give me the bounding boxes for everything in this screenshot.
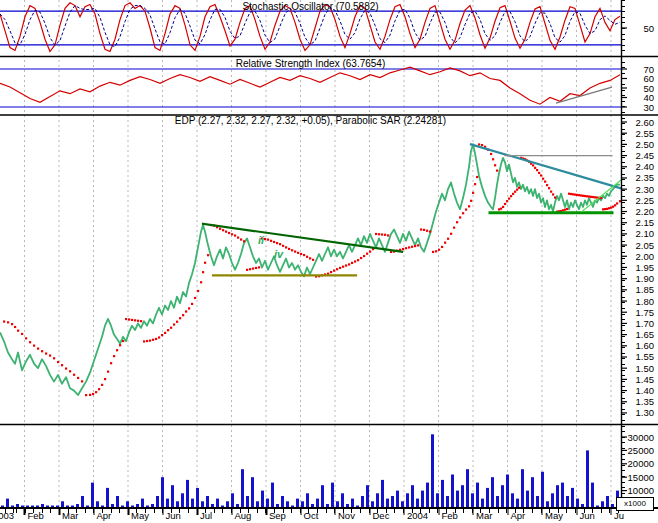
volume-unit-box: x1000	[616, 497, 654, 511]
price-axis-label: 1.35	[620, 396, 654, 407]
volume-axis-label: 20000	[620, 458, 654, 469]
price-axis-label: 2.00	[620, 251, 654, 262]
month-label: Feb	[28, 510, 44, 521]
month-label: 2003	[0, 510, 14, 521]
price-axis-label: 1.70	[620, 318, 654, 329]
price-axis-label: 1.55	[620, 351, 654, 362]
volume-axis-label: 10000	[620, 485, 654, 496]
month-label: Jul	[200, 510, 212, 521]
price-title: EDP (2.27, 2.32, 2.27, 2.32, +0.05), Par…	[0, 115, 621, 126]
volume-axis-label: 30000	[620, 432, 654, 443]
month-label: Jun	[166, 510, 181, 521]
month-label: Mar	[62, 510, 78, 521]
rsi-title: Relative Strength Index (63.7654)	[0, 58, 621, 69]
price-axis-label: 1.45	[620, 374, 654, 385]
month-label: Jul	[614, 510, 624, 521]
rsi-axis-label: 30	[620, 102, 654, 113]
month-label: Apr	[511, 510, 526, 521]
month-label: Feb	[442, 510, 458, 521]
price-axis-label: 1.90	[620, 273, 654, 284]
month-label: Oct	[304, 510, 319, 521]
month-label: Jun	[580, 510, 595, 521]
stochastic-axis-label: 50	[620, 23, 654, 34]
wave-label-ii: ii	[258, 234, 264, 246]
price-axis-label: 2.15	[620, 217, 654, 228]
price-axis-label: 2.35	[620, 172, 654, 183]
stochastic-title: Stochastic Oscillator (70.5882)	[0, 1, 621, 12]
price-axis-label: 1.75	[620, 307, 654, 318]
price-axis-label: 1.40	[620, 385, 654, 396]
price-axis-label: 1.80	[620, 296, 654, 307]
price-axis-label: 2.40	[620, 161, 654, 172]
price-axis-label: 2.55	[620, 128, 654, 139]
price-axis-label: 2.05	[620, 240, 654, 251]
price-axis-label: 2.50	[620, 139, 654, 150]
price-axis-label: 2.30	[620, 184, 654, 195]
month-label: Aug	[235, 510, 252, 521]
price-axis-label: 2.45	[620, 150, 654, 161]
price-axis-label: 1.95	[620, 262, 654, 273]
price-axis-label: 1.85	[620, 284, 654, 295]
month-label: Nov	[338, 510, 355, 521]
price-axis-label: 1.30	[620, 407, 654, 418]
date-axis: 2003FebMarAprMayJunJulAugSepOctNovDec200…	[0, 509, 624, 523]
price-axis-label: 1.65	[620, 329, 654, 340]
month-label: Sep	[269, 510, 286, 521]
volume-axis-label: 15000	[620, 472, 654, 483]
price-axis-label: 2.25	[620, 195, 654, 206]
price-axis-label: 1.50	[620, 363, 654, 374]
month-label: Mar	[476, 510, 492, 521]
month-label: Apr	[97, 510, 112, 521]
month-label: May	[131, 510, 149, 521]
month-label: 2004	[407, 510, 428, 521]
price-axis-label: 2.60	[620, 117, 654, 128]
month-label: May	[545, 510, 563, 521]
price-axis-label: 1.60	[620, 340, 654, 351]
right-axis-minor-ticks	[622, 0, 625, 508]
price-axis-label: 2.10	[620, 228, 654, 239]
volume-axis-label: 25000	[620, 445, 654, 456]
wave-label-iv: iv	[274, 248, 283, 260]
month-label: Dec	[373, 510, 390, 521]
chart-canvas[interactable]	[0, 0, 658, 523]
price-axis-label: 2.20	[620, 206, 654, 217]
chart-window: Stochastic Oscillator (70.5882) Relative…	[0, 0, 658, 523]
